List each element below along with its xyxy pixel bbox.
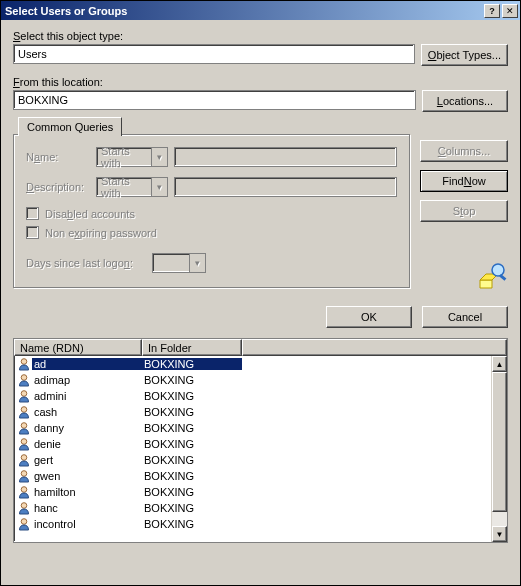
find-now-button[interactable]: Find Now (420, 170, 508, 192)
svg-point-4 (21, 391, 27, 397)
user-icon (16, 405, 32, 419)
column-header-name[interactable]: Name (RDN) (14, 339, 142, 356)
column-header-spacer (242, 339, 507, 356)
non-expiring-checkbox: Non expiring password (26, 226, 397, 239)
location-field[interactable]: BOKXING (13, 90, 416, 110)
user-icon (16, 437, 32, 451)
cell-folder: BOKXING (142, 502, 242, 514)
cell-folder: BOKXING (142, 470, 242, 482)
table-row[interactable]: incontrolBOKXING (14, 516, 507, 532)
scrollbar[interactable]: ▲ ▼ (491, 356, 507, 542)
user-icon (16, 453, 32, 467)
table-row[interactable]: hamiltonBOKXING (14, 484, 507, 500)
cell-name: gwen (32, 470, 142, 482)
close-button[interactable]: ✕ (502, 4, 518, 18)
cell-folder: BOKXING (142, 518, 242, 530)
cell-name: adimap (32, 374, 142, 386)
checkbox-icon (26, 207, 39, 220)
name-match-combo: Starts with (96, 147, 168, 167)
titlebar-buttons: ? ✕ (482, 4, 518, 18)
column-header-folder[interactable]: In Folder (142, 339, 242, 356)
cell-folder: BOKXING (142, 406, 242, 418)
cell-folder: BOKXING (142, 374, 242, 386)
cell-folder: BOKXING (142, 486, 242, 498)
window-title: Select Users or Groups (3, 5, 127, 17)
svg-rect-1 (499, 274, 506, 281)
results-header: Name (RDN) In Folder (14, 339, 507, 356)
cell-folder: BOKXING (142, 390, 242, 402)
cell-folder: BOKXING (142, 422, 242, 434)
locations-button[interactable]: Locations... (422, 90, 508, 112)
scroll-up-icon[interactable]: ▲ (492, 356, 507, 372)
table-row[interactable]: denieBOKXING (14, 436, 507, 452)
close-icon: ✕ (506, 6, 514, 16)
user-icon (16, 485, 32, 499)
table-row[interactable]: gwenBOKXING (14, 468, 507, 484)
checkbox-icon (26, 226, 39, 239)
table-row[interactable]: dannyBOKXING (14, 420, 507, 436)
table-row[interactable]: hancBOKXING (14, 500, 507, 516)
cell-folder: BOKXING (142, 438, 242, 450)
columns-button: Columns... (420, 140, 508, 162)
common-queries-tab[interactable]: Common Queries (18, 117, 122, 136)
object-type-field[interactable]: Users (13, 44, 415, 64)
table-row[interactable]: adminiBOKXING (14, 388, 507, 404)
description-label: Description: (26, 181, 90, 193)
user-icon (16, 373, 32, 387)
common-queries-group: Common Queries Name: Starts with Descrip… (13, 134, 410, 288)
cell-name: denie (32, 438, 142, 450)
titlebar: Select Users or Groups ? ✕ (1, 1, 520, 20)
svg-point-11 (21, 503, 27, 509)
cell-name: gert (32, 454, 142, 466)
cell-name: cash (32, 406, 142, 418)
cell-folder: BOKXING (142, 454, 242, 466)
user-icon (16, 501, 32, 515)
cell-name: danny (32, 422, 142, 434)
location-label: From this location: (13, 76, 508, 88)
ok-button[interactable]: OK (326, 306, 412, 328)
svg-point-10 (21, 487, 27, 493)
scroll-down-icon[interactable]: ▼ (492, 526, 507, 542)
svg-point-3 (21, 375, 27, 381)
days-since-label: Days since last logon: (26, 257, 146, 269)
scroll-thumb[interactable] (492, 372, 507, 512)
chevron-down-icon (151, 148, 167, 166)
svg-point-0 (492, 264, 504, 276)
svg-point-9 (21, 471, 27, 477)
disabled-accounts-checkbox: Disabled accounts (26, 207, 397, 220)
cancel-button[interactable]: Cancel (422, 306, 508, 328)
svg-point-12 (21, 519, 27, 525)
desc-match-combo: Starts with (96, 177, 168, 197)
table-row[interactable]: gertBOKXING (14, 452, 507, 468)
cell-folder: BOKXING (142, 358, 242, 370)
description-input (174, 177, 397, 197)
cell-name: hamilton (32, 486, 142, 498)
stop-button: Stop (420, 200, 508, 222)
table-row[interactable]: adimapBOKXING (14, 372, 507, 388)
table-row[interactable]: cashBOKXING (14, 404, 507, 420)
results-list[interactable]: Name (RDN) In Folder adBOKXINGadimapBOKX… (13, 338, 508, 543)
cell-name: hanc (32, 502, 142, 514)
user-icon (16, 389, 32, 403)
svg-point-7 (21, 439, 27, 445)
days-since-combo (152, 253, 206, 273)
object-type-label: Select this object type: (13, 30, 508, 42)
svg-point-2 (21, 359, 27, 365)
user-icon (16, 357, 32, 371)
find-icon (476, 260, 508, 292)
cell-name: incontrol (32, 518, 142, 530)
name-label: Name: (26, 151, 90, 163)
user-icon (16, 421, 32, 435)
object-types-button[interactable]: Object Types... (421, 44, 508, 66)
table-row[interactable]: adBOKXING (14, 356, 507, 372)
svg-point-8 (21, 455, 27, 461)
name-input (174, 147, 397, 167)
user-icon (16, 517, 32, 531)
chevron-down-icon (151, 178, 167, 196)
help-button[interactable]: ? (484, 4, 500, 18)
svg-point-6 (21, 423, 27, 429)
svg-point-5 (21, 407, 27, 413)
cell-name: admini (32, 390, 142, 402)
cell-name: ad (32, 358, 142, 370)
chevron-down-icon (189, 254, 205, 272)
